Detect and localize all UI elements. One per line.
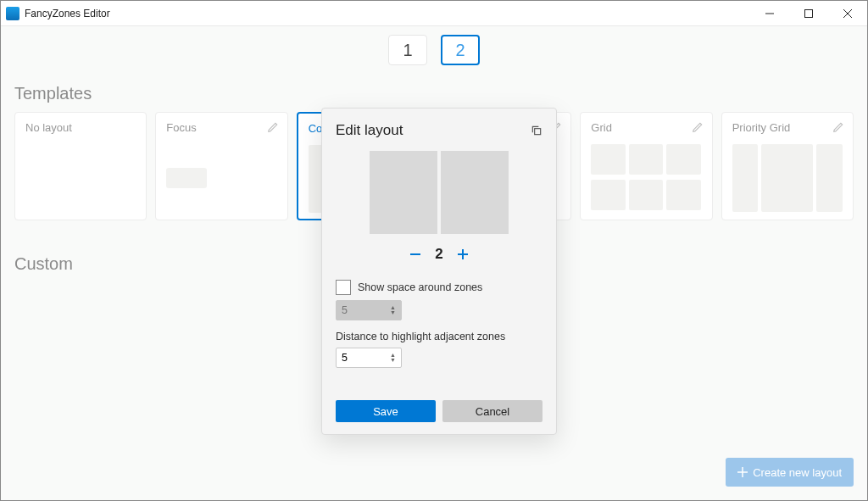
monitor-tabs: 1 2 [1,26,867,79]
space-value-input: 5 ▲▼ [336,300,402,320]
modal-preview [336,151,542,234]
window-title: FancyZones Editor [25,8,110,19]
monitor-tab-2[interactable]: 2 [441,35,480,65]
minus-icon[interactable] [409,248,421,260]
distance-label: Distance to highlight adjacent zones [336,331,542,342]
app-window: FancyZones Editor 1 2 Templates No layou… [0,0,868,501]
chevron-updown-icon: ▲▼ [390,305,396,315]
app-icon [6,7,19,20]
template-preview [25,144,136,212]
close-button[interactable] [828,1,867,26]
template-no-layout[interactable]: No layout [14,112,147,220]
create-new-layout-button[interactable]: Create new layout [726,458,854,487]
svg-rect-1 [805,9,813,17]
content-area: 1 2 Templates No layout Focus Columns [1,26,867,500]
template-label: Focus [166,121,276,134]
pencil-icon[interactable] [267,121,279,133]
template-label: Grid [591,121,701,134]
zone-count-stepper: 2 [336,246,542,263]
template-focus[interactable]: Focus [155,112,287,220]
chevron-updown-icon[interactable]: ▲▼ [390,353,396,363]
minimize-button[interactable] [750,1,789,26]
create-button-label: Create new layout [753,466,842,479]
copy-icon[interactable] [531,125,542,136]
cancel-button[interactable]: Cancel [442,400,542,422]
show-space-label: Show space around zones [358,281,482,293]
template-preview [732,144,843,212]
show-space-checkbox-row: Show space around zones [336,280,542,295]
save-button[interactable]: Save [336,400,436,422]
modal-buttons: Save Cancel [336,400,542,422]
template-label: Priority Grid [732,121,843,134]
pencil-icon[interactable] [692,121,704,133]
distance-value-input[interactable]: 5 ▲▼ [336,348,402,368]
template-grid[interactable]: Grid [580,112,712,220]
zone-count-value: 2 [435,246,442,263]
pencil-icon[interactable] [832,121,844,133]
template-preview [591,144,701,212]
template-priority-grid[interactable]: Priority Grid [721,112,854,220]
modal-title: Edit layout [336,122,403,139]
edit-layout-modal: Edit layout 2 Show space [321,108,557,435]
template-preview [166,144,276,212]
maximize-button[interactable] [789,1,828,26]
templates-heading: Templates [14,84,867,103]
plus-icon[interactable] [457,248,469,260]
monitor-tab-1[interactable]: 1 [388,35,427,65]
plus-icon [737,467,748,477]
svg-rect-6 [535,129,541,135]
titlebar: FancyZones Editor [1,1,867,26]
show-space-checkbox[interactable] [336,280,351,295]
template-label: No layout [25,121,136,134]
